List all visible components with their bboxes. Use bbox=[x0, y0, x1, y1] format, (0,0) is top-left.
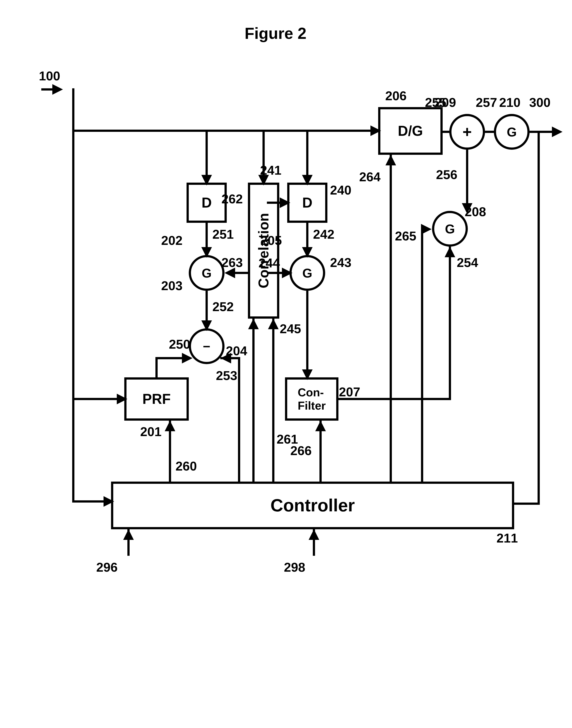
arrow-icon bbox=[52, 84, 63, 95]
diagram-canvas: Figure 2 D/G D D Correlation PRF Con- Fi… bbox=[0, 0, 572, 728]
label-241: 241 bbox=[260, 163, 281, 177]
line bbox=[72, 500, 103, 503]
circle-g-243: G bbox=[289, 255, 325, 291]
label-300: 300 bbox=[529, 95, 551, 110]
arrow-icon bbox=[165, 421, 175, 431]
label-244: 244 bbox=[259, 256, 280, 270]
line bbox=[449, 247, 451, 400]
arrow-icon bbox=[248, 318, 259, 329]
label-250: 250 bbox=[169, 337, 190, 352]
circle-g-203: G bbox=[189, 255, 224, 291]
line bbox=[72, 130, 378, 132]
circle-minus: − bbox=[189, 329, 224, 364]
block-prf: PRF bbox=[124, 377, 189, 421]
label-240: 240 bbox=[330, 183, 351, 197]
label-264: 264 bbox=[359, 169, 380, 184]
line bbox=[421, 228, 423, 482]
arrow-icon bbox=[201, 247, 212, 258]
label-204: 204 bbox=[226, 343, 247, 358]
label-257: 257 bbox=[476, 95, 497, 110]
line bbox=[267, 272, 282, 274]
label-256: 256 bbox=[436, 167, 457, 182]
arrow-icon bbox=[385, 155, 396, 165]
line bbox=[485, 131, 494, 133]
line bbox=[72, 88, 74, 502]
line bbox=[514, 503, 540, 505]
block-con-filter: Con- Filter bbox=[285, 377, 339, 421]
line bbox=[306, 223, 308, 247]
line bbox=[267, 202, 280, 204]
label-207: 207 bbox=[339, 384, 360, 399]
label-242: 242 bbox=[313, 227, 335, 241]
circle-g-210: G bbox=[494, 114, 529, 150]
line bbox=[306, 130, 308, 175]
label-100: 100 bbox=[39, 68, 60, 83]
arrow-icon bbox=[123, 529, 134, 540]
label-201: 201 bbox=[140, 424, 162, 439]
line bbox=[306, 291, 308, 369]
label-260: 260 bbox=[175, 459, 197, 474]
figure-title: Figure 2 bbox=[244, 24, 306, 43]
arrow-icon bbox=[302, 247, 312, 258]
label-265: 265 bbox=[395, 228, 416, 243]
arrow-icon bbox=[421, 224, 432, 234]
block-d-right: D bbox=[287, 183, 328, 223]
line bbox=[252, 318, 255, 482]
arrow-icon bbox=[117, 394, 127, 404]
line bbox=[238, 357, 240, 482]
label-205: 205 bbox=[261, 233, 282, 248]
arrow-icon bbox=[201, 320, 212, 331]
line bbox=[389, 155, 392, 482]
label-203: 203 bbox=[161, 278, 183, 293]
label-251: 251 bbox=[212, 227, 234, 241]
label-263: 263 bbox=[221, 255, 243, 270]
label-206: 206 bbox=[385, 88, 407, 103]
block-controller: Controller bbox=[111, 482, 514, 529]
line bbox=[466, 150, 468, 203]
line bbox=[41, 88, 52, 90]
label-262: 262 bbox=[221, 192, 243, 206]
label-253: 253 bbox=[216, 368, 237, 383]
circle-plus: + bbox=[449, 114, 485, 150]
line bbox=[538, 131, 540, 503]
label-202: 202 bbox=[161, 233, 183, 248]
label-252: 252 bbox=[212, 299, 234, 314]
label-255: 255 bbox=[425, 95, 446, 110]
label-254: 254 bbox=[457, 255, 478, 270]
line bbox=[155, 357, 158, 377]
label-266: 266 bbox=[290, 443, 312, 458]
line bbox=[233, 272, 249, 274]
arrow-icon bbox=[552, 127, 563, 137]
label-296: 296 bbox=[96, 560, 118, 575]
arrow-icon bbox=[268, 318, 279, 329]
arrow-icon bbox=[302, 175, 312, 186]
block-d-left: D bbox=[187, 183, 227, 223]
label-243: 243 bbox=[330, 255, 351, 270]
label-210: 210 bbox=[499, 95, 520, 110]
line bbox=[155, 357, 182, 359]
line bbox=[72, 398, 117, 400]
line bbox=[529, 131, 554, 133]
line bbox=[206, 291, 208, 320]
label-211: 211 bbox=[497, 531, 518, 545]
arrow-icon bbox=[182, 353, 193, 363]
arrow-icon bbox=[280, 197, 290, 208]
line bbox=[443, 131, 449, 133]
arrow-icon bbox=[315, 421, 326, 431]
arrow-icon bbox=[103, 496, 114, 507]
arrow-icon bbox=[309, 529, 319, 540]
line bbox=[206, 130, 208, 175]
label-208: 208 bbox=[465, 204, 486, 219]
arrow-icon bbox=[302, 369, 312, 380]
label-298: 298 bbox=[284, 560, 305, 575]
circle-g-208: G bbox=[432, 211, 468, 247]
block-dg: D/G bbox=[378, 107, 443, 155]
arrow-icon bbox=[201, 175, 212, 186]
arrow-icon bbox=[370, 126, 381, 136]
arrow-icon bbox=[282, 268, 292, 278]
label-245: 245 bbox=[280, 321, 301, 336]
line bbox=[272, 318, 274, 482]
line bbox=[206, 223, 208, 247]
arrow-icon bbox=[445, 247, 455, 257]
